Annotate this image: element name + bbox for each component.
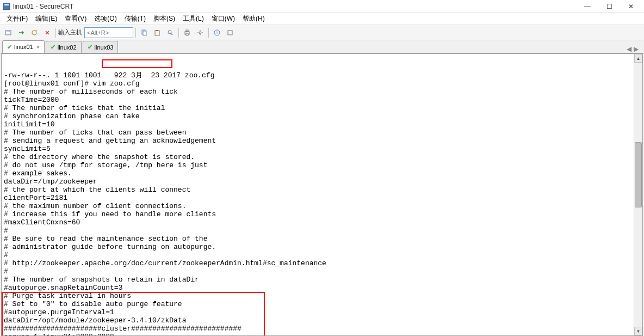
tab-status-icon: ✔	[88, 44, 92, 51]
window-title: linux01 - SecureCRT	[13, 3, 577, 10]
terminal-line: #	[4, 251, 631, 259]
svg-rect-12	[186, 33, 188, 35]
svg-rect-6	[143, 31, 146, 35]
tab-linux02[interactable]: ✔ linux02	[46, 41, 82, 53]
toolbar-separator	[178, 28, 179, 38]
terminal-line: dataDir=/tmp/zookeeper	[4, 178, 631, 186]
menu-options[interactable]: 选项(O)	[91, 13, 120, 25]
terminal-line: [root@linux01 conf]# vim zoo.cfg	[4, 80, 631, 88]
terminal-line: #	[4, 267, 631, 276]
terminal-line: # The number of milliseconds of each tic…	[4, 88, 631, 96]
tab-status-icon: ✔	[7, 44, 12, 51]
settings-icon[interactable]	[194, 27, 206, 39]
tab-close-icon[interactable]: ×	[36, 44, 40, 50]
terminal-line: # Purge task interval in hours	[4, 292, 631, 300]
toolbar-separator	[135, 28, 136, 38]
terminal-line: syncLimit=5	[4, 145, 631, 153]
scroll-down-button[interactable]: ▼	[634, 327, 642, 335]
svg-point-13	[199, 32, 201, 34]
scroll-thumb[interactable]	[635, 142, 642, 207]
tab-linux03[interactable]: ✔ linux03	[83, 41, 119, 53]
terminal-line: # the maximum number of client connectio…	[4, 202, 631, 210]
close-button[interactable]: ✕	[620, 0, 642, 13]
menu-window[interactable]: 窗口(W)	[208, 13, 238, 25]
menu-tools[interactable]: 工具(L)	[179, 13, 207, 25]
tab-label: linux02	[58, 44, 77, 51]
host-input-label: 输入主机	[58, 28, 82, 36]
terminal-line: tickTime=2000	[4, 96, 631, 104]
menu-transfer[interactable]: 传输(T)	[121, 13, 149, 25]
terminal-line: #######################cluster##########…	[4, 325, 631, 333]
svg-text:?: ?	[216, 30, 219, 35]
svg-rect-3	[7, 32, 10, 32]
paste-icon[interactable]	[151, 27, 163, 39]
terminal-line: server.1=linux01:2888:3888	[4, 333, 631, 335]
terminal-line: #autopurge.snapRetainCount=3	[4, 284, 631, 292]
minimize-button[interactable]: —	[577, 0, 598, 13]
quick-connect-icon[interactable]	[15, 27, 27, 39]
terminal-line: -rw-rw-r--. 1 1001 1001 922 3月 23 2017 z…	[4, 71, 631, 80]
terminal-output[interactable]: -rw-rw-r--. 1 1001 1001 922 3月 23 2017 z…	[2, 54, 634, 335]
terminal-line: # The number of ticks that the initial	[4, 104, 631, 112]
connect-icon[interactable]	[2, 27, 14, 39]
vertical-scrollbar: ▲ ▼	[634, 54, 642, 335]
find-icon[interactable]	[164, 27, 176, 39]
svg-rect-8	[156, 30, 158, 31]
tab-nav-right-icon[interactable]: ▶	[634, 45, 639, 53]
terminal-line: # synchronization phase can take	[4, 112, 631, 120]
window-controls: — ☐ ✕	[577, 0, 642, 13]
menu-help[interactable]: 帮助(H)	[239, 13, 268, 25]
reconnect-icon[interactable]	[28, 27, 40, 39]
terminal-container: -rw-rw-r--. 1 1001 1001 922 3月 23 2017 z…	[1, 53, 643, 336]
menu-file[interactable]: 文件(F)	[3, 13, 31, 25]
help-icon[interactable]: ?	[211, 27, 223, 39]
terminal-line: # the directory where the snapshot is st…	[4, 153, 631, 161]
terminal-line: # The number of snapshots to retain in d…	[4, 276, 631, 284]
toolbar: 输入主机 ?	[0, 25, 644, 40]
terminal-line: # do not use /tmp for storage, /tmp here…	[4, 161, 631, 169]
menu-view[interactable]: 查看(V)	[61, 13, 90, 25]
toolbar-separator	[55, 28, 56, 38]
tabbar-right-controls: ◀ ▶	[627, 45, 642, 53]
svg-rect-11	[186, 30, 188, 32]
copy-icon[interactable]	[138, 27, 150, 39]
disconnect-icon[interactable]	[41, 27, 53, 39]
maximize-button[interactable]: ☐	[598, 0, 620, 13]
menu-bar: 文件(F) 编辑(E) 查看(V) 选项(O) 传输(T) 脚本(S) 工具(L…	[0, 13, 644, 25]
svg-rect-16	[228, 30, 232, 35]
tab-label: linux03	[95, 44, 114, 51]
host-input[interactable]	[84, 27, 133, 38]
terminal-line: dataDir=/opt/module/zookeeper-3.4.10/zkD…	[4, 316, 631, 325]
svg-rect-7	[155, 30, 159, 35]
menu-script[interactable]: 脚本(S)	[150, 13, 178, 25]
terminal-line: # example sakes.	[4, 169, 631, 178]
terminal-line: #autopurge.purgeInterval=1	[4, 308, 631, 316]
svg-rect-2	[5, 30, 11, 35]
menu-edit[interactable]: 编辑(E)	[32, 13, 60, 25]
tab-bar: ✔ linux01 × ✔ linux02 ✔ linux03 ◀ ▶	[0, 40, 644, 53]
title-bar: linux01 - SecureCRT — ☐ ✕	[0, 0, 644, 13]
scroll-track[interactable]	[634, 63, 642, 327]
about-icon[interactable]	[224, 27, 236, 39]
terminal-line: # increase this if you need to handle mo…	[4, 210, 631, 218]
terminal-line: # The number of ticks that can pass betw…	[4, 129, 631, 137]
scroll-up-button[interactable]: ▲	[634, 54, 642, 63]
terminal-line: #	[4, 227, 631, 235]
terminal-line: clientPort=2181	[4, 194, 631, 202]
highlight-box-command	[102, 59, 172, 68]
tab-nav-left-icon[interactable]: ◀	[627, 45, 631, 53]
terminal-line: #maxClientCnxns=60	[4, 218, 631, 227]
svg-rect-1	[4, 4, 9, 5]
terminal-line: # administrator guide before turning on …	[4, 243, 631, 251]
terminal-line: # http://zookeeper.apache.org/doc/curren…	[4, 259, 631, 267]
terminal-line: # the port at which the clients will con…	[4, 186, 631, 194]
terminal-line: # Be sure to read the maintenance sectio…	[4, 235, 631, 243]
print-icon[interactable]	[181, 27, 193, 39]
tab-linux01[interactable]: ✔ linux01 ×	[2, 40, 45, 53]
tab-label: linux01	[14, 44, 33, 50]
terminal-line: # Set to "0" to disable auto purge featu…	[4, 300, 631, 308]
svg-rect-0	[3, 3, 10, 10]
terminal-line: initLimit=10	[4, 120, 631, 129]
tab-status-icon: ✔	[51, 44, 55, 51]
svg-point-9	[168, 30, 171, 34]
